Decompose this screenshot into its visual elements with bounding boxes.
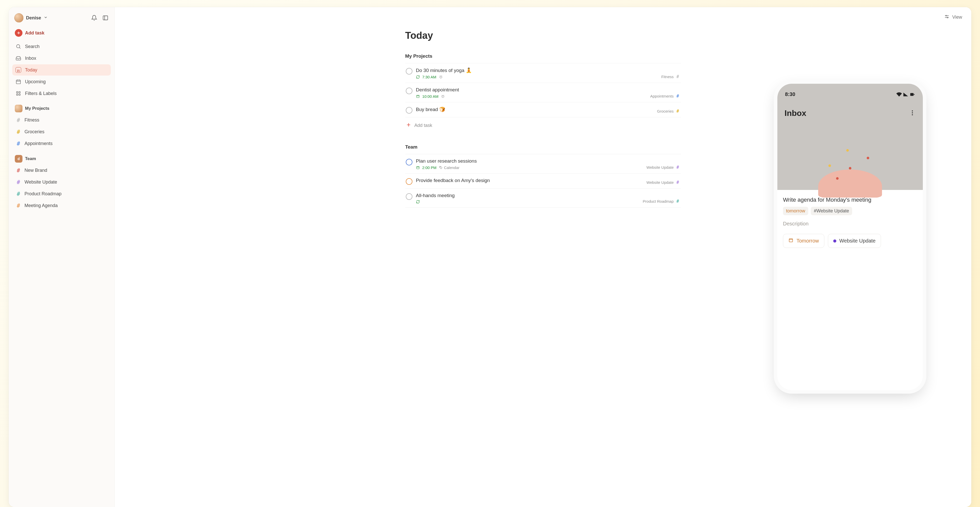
chevron-down-icon [44, 15, 48, 21]
hash-icon: # [16, 129, 21, 135]
svg-point-38 [912, 112, 913, 113]
svg-point-17 [947, 17, 948, 18]
search-icon [15, 43, 21, 49]
task-checkbox[interactable] [406, 159, 412, 166]
task-title: All-hands meeting [416, 193, 680, 198]
user-name: Denise [26, 15, 41, 21]
nav-inbox[interactable]: Inbox [12, 53, 111, 64]
svg-line-5 [19, 48, 21, 48]
task-title: Dentist appointment [416, 87, 680, 92]
nav-label: Filters & Labels [25, 91, 57, 96]
svg-point-4 [17, 45, 20, 48]
project-chip[interactable]: #Website Update [811, 207, 852, 215]
notifications-icon[interactable] [91, 14, 97, 21]
nav-filters[interactable]: Filters & Labels [12, 88, 111, 99]
task-row[interactable]: Plan user research sessions 2:00 PM Cale… [405, 154, 681, 174]
task-project-link[interactable]: Fitness # [661, 74, 680, 79]
task-project-link[interactable]: Website Update # [646, 165, 680, 170]
add-task-button[interactable]: Add task [12, 27, 111, 39]
sidebar-project-groceries[interactable]: # Groceries [12, 126, 111, 138]
project-label: Appointments [24, 141, 52, 146]
sidebar-project-new-brand[interactable]: # New Brand [12, 165, 111, 176]
sidebar-project-fitness[interactable]: # Fitness [12, 114, 111, 126]
date-chip[interactable]: tomorrow [783, 207, 808, 215]
alarm-icon [441, 94, 445, 98]
task-title: Buy bread 🍞 [416, 107, 680, 112]
svg-rect-0 [103, 16, 108, 20]
view-button[interactable]: View [944, 14, 962, 21]
nav-today[interactable]: 21 Today [12, 64, 111, 76]
nav-search[interactable]: Search [12, 41, 111, 52]
task-row[interactable]: Provide feedback on Amy's design Website… [405, 174, 681, 189]
svg-rect-13 [19, 94, 21, 96]
task-row[interactable]: Buy bread 🍞 Groceries # [405, 102, 681, 118]
task-row[interactable]: Dentist appointment 10:00 AM Appointment… [405, 83, 681, 102]
task-checkbox[interactable] [406, 68, 412, 75]
grid-icon [15, 90, 21, 97]
sidebar-project-appointments[interactable]: # Appointments [12, 138, 111, 149]
task-checkbox[interactable] [406, 88, 412, 94]
task-time: 7:30 AM [422, 75, 436, 79]
project-label: Product Roadmap [24, 191, 62, 196]
task-checkbox[interactable] [406, 178, 412, 185]
plus-icon [406, 122, 411, 129]
svg-point-34 [440, 167, 441, 167]
hash-icon: # [16, 191, 21, 197]
calendar-icon [15, 79, 21, 85]
task-checkbox[interactable] [406, 107, 412, 113]
svg-rect-10 [17, 92, 18, 93]
hash-icon: # [16, 167, 21, 174]
recurring-icon [416, 75, 420, 79]
recurring-icon [416, 200, 420, 204]
task-checkbox[interactable] [406, 193, 412, 200]
sidebar-toggle-icon[interactable] [102, 14, 109, 21]
tag-icon [439, 166, 443, 169]
hash-icon: # [675, 199, 680, 204]
nav-label: Search [25, 44, 40, 49]
description-placeholder[interactable]: Description [783, 221, 917, 227]
project-pill[interactable]: Website Update [828, 234, 881, 248]
task-time: 2:00 PM [422, 166, 437, 170]
task-project-link[interactable]: Website Update # [646, 180, 680, 185]
sidebar-section-my-projects[interactable]: My Projects [12, 99, 111, 114]
sidebar: Denise Add task [9, 7, 115, 507]
svg-rect-12 [17, 94, 18, 96]
project-label: Meeting Agenda [24, 203, 58, 208]
avatar [15, 105, 22, 112]
inbox-illustration [813, 147, 887, 198]
project-label: Groceries [24, 129, 45, 134]
task-label: Calendar [444, 166, 460, 170]
project-label: New Brand [24, 168, 47, 173]
task-project-link[interactable]: Groceries # [657, 108, 680, 113]
task-project-link[interactable]: Appointments # [650, 93, 680, 99]
user-menu[interactable]: Denise [14, 13, 48, 22]
svg-point-15 [946, 15, 947, 16]
task-title: Do 30 minutes of yoga 🧘 [416, 67, 680, 73]
sidebar-project-meeting-agenda[interactable]: # Meeting Agenda [12, 200, 111, 211]
phone-mockup: 8:30 Inbox [777, 84, 923, 390]
page-title: Today [405, 22, 681, 47]
hash-icon: # [675, 180, 680, 185]
more-icon[interactable] [909, 110, 916, 117]
hash-icon: # [675, 108, 680, 113]
today-icon: 21 [15, 67, 21, 73]
task-project-link[interactable]: Product Roadmap # [643, 199, 680, 204]
project-color-dot [833, 239, 836, 242]
sidebar-project-product-roadmap[interactable]: # Product Roadmap [12, 188, 111, 199]
date-pill[interactable]: Tomorrow [783, 234, 824, 248]
svg-rect-11 [19, 92, 21, 93]
main-content: View Today My Projects Do 30 minutes of … [115, 7, 971, 507]
svg-point-37 [912, 110, 913, 111]
task-row[interactable]: Do 30 minutes of yoga 🧘 7:30 AM Fitness … [405, 63, 681, 83]
sidebar-section-team[interactable]: d Team [12, 149, 111, 165]
hash-icon: # [16, 179, 21, 185]
add-task-inline[interactable]: Add task [405, 118, 681, 132]
hash-icon: # [675, 165, 680, 170]
sidebar-project-website-update[interactable]: # Website Update [12, 176, 111, 188]
svg-line-29 [444, 95, 444, 96]
task-row[interactable]: All-hands meeting Product Roadmap # [405, 189, 681, 207]
nav-label: Upcoming [25, 79, 46, 84]
nav-upcoming[interactable]: Upcoming [12, 76, 111, 87]
team-avatar: d [15, 155, 22, 163]
hash-icon: # [16, 117, 21, 123]
